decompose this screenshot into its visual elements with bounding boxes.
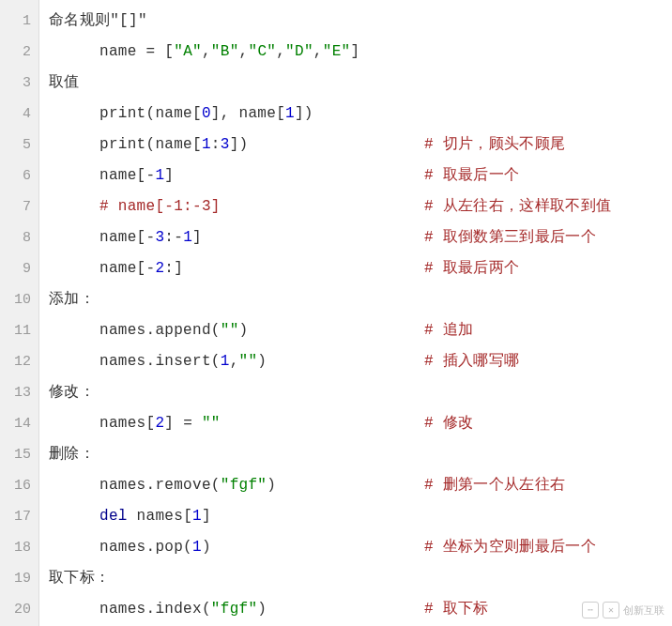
code-token: (name[ bbox=[146, 136, 202, 153]
code-token: "E" bbox=[323, 43, 351, 60]
code-token: ) bbox=[202, 539, 211, 556]
line-number-gutter: 1234567891011121314151617181920 bbox=[0, 0, 39, 626]
code-token: ] bbox=[202, 508, 211, 525]
code-line: 取值 bbox=[49, 68, 672, 99]
code-token: , bbox=[276, 43, 285, 60]
watermark-text: 创新互联 bbox=[623, 603, 664, 618]
code-token: 添加： bbox=[49, 291, 95, 308]
code-comment: # 取最后一个 bbox=[424, 160, 519, 191]
code-token: 1 bbox=[285, 105, 295, 122]
code-token: 1 bbox=[183, 229, 192, 246]
code-token: names[ bbox=[128, 508, 192, 525]
code-token: name[ bbox=[99, 229, 146, 246]
code-line: 命名规则"[]" bbox=[49, 6, 672, 37]
code-comment: # 切片，顾头不顾尾 bbox=[424, 130, 565, 160]
code-token: ]) bbox=[295, 105, 313, 122]
code-line: names[2] = ""# 修改 bbox=[49, 408, 672, 439]
code-token: print bbox=[99, 105, 146, 122]
code-token: - bbox=[146, 167, 156, 184]
code-token: "B" bbox=[211, 43, 239, 60]
code-line: 删除： bbox=[49, 439, 672, 470]
code-line: names.append("")# 追加 bbox=[49, 315, 672, 346]
code-token: "D" bbox=[285, 43, 313, 60]
code-token: 0 bbox=[202, 105, 211, 122]
code-token: name bbox=[99, 43, 146, 60]
code-token: name[ bbox=[99, 167, 146, 184]
code-token: ], name[ bbox=[211, 105, 285, 122]
code-token: names.pop( bbox=[99, 539, 192, 556]
code-token: # name[-1:-3] bbox=[99, 198, 221, 215]
code-line: print(name[1:3])# 切片，顾头不顾尾 bbox=[49, 130, 672, 160]
code-token: 1 bbox=[202, 136, 211, 153]
brand-icon: ✕ bbox=[603, 602, 619, 618]
code-token: print bbox=[99, 136, 146, 153]
code-line: name[-3:-1]# 取倒数第三到最后一个 bbox=[49, 222, 672, 253]
line-number: 14 bbox=[0, 408, 38, 439]
code-token: ] bbox=[192, 229, 202, 246]
code-comment: # 取最后两个 bbox=[424, 253, 519, 284]
code-line: names.remove("fgf")# 删第一个从左往右 bbox=[49, 470, 672, 501]
code-token: ) bbox=[239, 322, 249, 339]
code-token: names.append( bbox=[99, 322, 221, 339]
code-token: name[ bbox=[99, 260, 146, 277]
code-token: , bbox=[202, 43, 211, 60]
watermark: ⋯ ✕ 创新互联 bbox=[582, 602, 664, 618]
code-token: 删除： bbox=[49, 446, 95, 463]
code-line: names.insert(1,"")# 插入哪写哪 bbox=[49, 346, 672, 377]
code-line: names.pop(1)# 坐标为空则删最后一个 bbox=[49, 532, 672, 563]
line-number: 12 bbox=[0, 346, 38, 377]
code-comment: # 删第一个从左往右 bbox=[424, 470, 565, 501]
code-line: name = ["A","B","C","D","E"] bbox=[49, 37, 672, 68]
code-token: ] bbox=[350, 43, 359, 60]
code-token: 1 bbox=[221, 353, 230, 370]
code-comment: # 坐标为空则删最后一个 bbox=[424, 532, 596, 563]
code-token: :- bbox=[164, 229, 183, 246]
code-line: 取下标： bbox=[49, 563, 672, 594]
code-token: ) bbox=[267, 477, 276, 494]
code-token: names.remove( bbox=[99, 477, 221, 494]
code-token: 2 bbox=[155, 415, 164, 432]
code-token: 取下标： bbox=[49, 570, 110, 587]
code-area: 命名规则"[]"name = ["A","B","C","D","E"]取值pr… bbox=[39, 0, 672, 626]
code-comment: # 追加 bbox=[424, 315, 473, 346]
line-number: 17 bbox=[0, 501, 38, 532]
code-token: "A" bbox=[174, 43, 202, 60]
code-token: (name[ bbox=[146, 105, 202, 122]
code-token: - bbox=[146, 260, 156, 277]
code-editor: 1234567891011121314151617181920 命名规则"[]"… bbox=[0, 0, 672, 626]
code-line: 添加： bbox=[49, 284, 672, 315]
line-number: 6 bbox=[0, 160, 38, 191]
line-number: 5 bbox=[0, 130, 38, 160]
code-comment: # 修改 bbox=[424, 408, 473, 439]
code-token: 3 bbox=[155, 229, 164, 246]
line-number: 4 bbox=[0, 99, 38, 130]
line-number: 8 bbox=[0, 222, 38, 253]
code-token: "" bbox=[239, 353, 258, 370]
code-token: :] bbox=[164, 260, 183, 277]
code-comment: # 取倒数第三到最后一个 bbox=[424, 222, 596, 253]
line-number: 16 bbox=[0, 470, 38, 501]
code-token: names.insert( bbox=[99, 353, 221, 370]
code-token: names.index( bbox=[99, 601, 211, 618]
line-number: 15 bbox=[0, 439, 38, 470]
line-number: 9 bbox=[0, 253, 38, 284]
code-line: names.index("fgf")# 取下标 bbox=[49, 594, 672, 625]
code-token: ) bbox=[257, 353, 267, 370]
code-token: = bbox=[146, 43, 165, 60]
wechat-icon: ⋯ bbox=[582, 602, 599, 618]
code-token: - bbox=[146, 229, 156, 246]
code-token: 1 bbox=[155, 167, 164, 184]
code-comment: # 从左往右，这样取不到值 bbox=[424, 191, 611, 222]
code-token: 取值 bbox=[49, 74, 80, 91]
code-token: del bbox=[99, 508, 128, 525]
code-token: ) bbox=[257, 601, 267, 618]
line-number: 3 bbox=[0, 68, 38, 99]
line-number: 18 bbox=[0, 532, 38, 563]
code-token: "fgf" bbox=[221, 477, 267, 494]
code-line: print(name[0], name[1]) bbox=[49, 99, 672, 130]
code-token: ] bbox=[164, 167, 174, 184]
line-number: 7 bbox=[0, 191, 38, 222]
line-number: 13 bbox=[0, 377, 38, 408]
code-comment: # 插入哪写哪 bbox=[424, 346, 519, 377]
line-number: 2 bbox=[0, 37, 38, 68]
